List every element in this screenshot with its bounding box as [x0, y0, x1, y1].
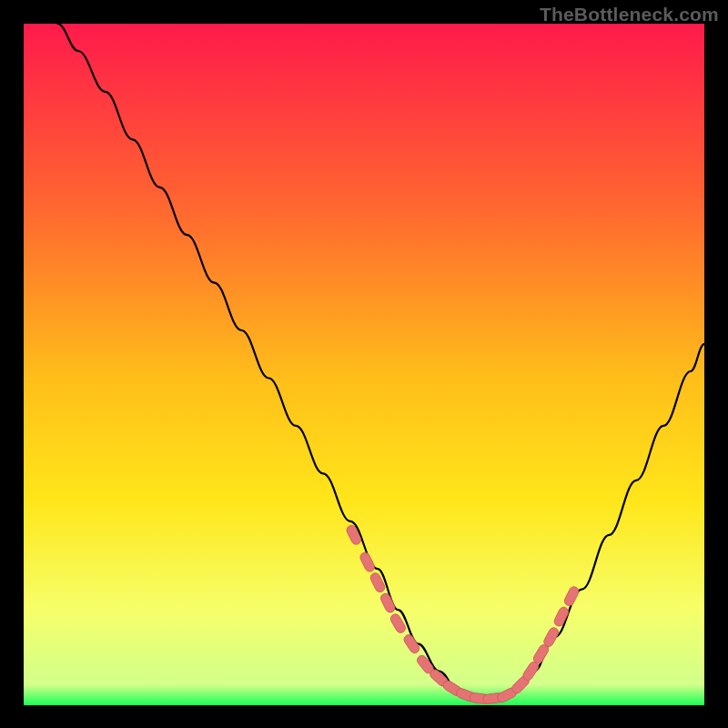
bottleneck-chart — [24, 24, 704, 705]
chart-stage: TheBottleneck.com — [0, 0, 728, 728]
watermark-text: TheBottleneck.com — [540, 4, 719, 25]
gradient-background — [24, 24, 704, 705]
